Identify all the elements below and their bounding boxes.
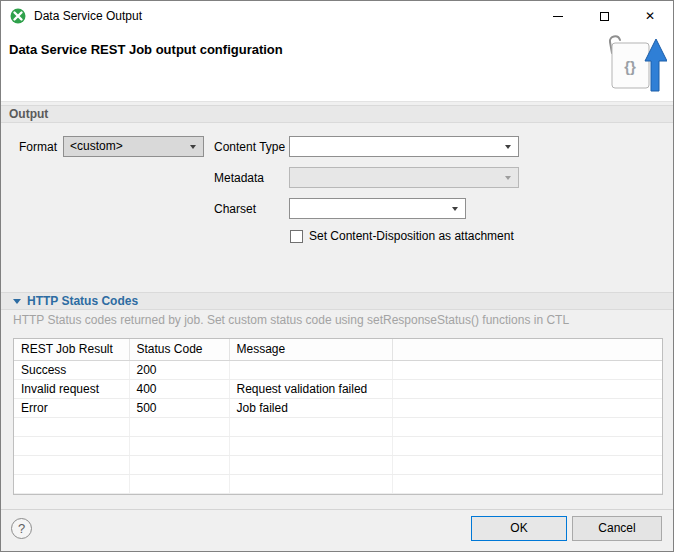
table-cell bbox=[392, 417, 662, 436]
chevron-down-icon bbox=[505, 176, 511, 180]
table-cell: 400 bbox=[129, 379, 229, 398]
content-type-combo[interactable] bbox=[289, 136, 519, 157]
table-cell: 200 bbox=[129, 360, 229, 379]
format-value: <custom> bbox=[70, 139, 123, 153]
table-cell bbox=[129, 455, 229, 474]
maximize-icon bbox=[600, 12, 609, 21]
table-cell bbox=[229, 455, 392, 474]
table-row[interactable] bbox=[14, 455, 662, 474]
chevron-down-icon bbox=[505, 145, 511, 149]
http-status-section-header[interactable]: HTTP Status Codes bbox=[1, 292, 673, 310]
status-codes-table: REST Job Result Status Code Message Succ… bbox=[14, 339, 662, 494]
close-button[interactable]: ✕ bbox=[627, 1, 673, 31]
table-cell bbox=[229, 417, 392, 436]
column-header-message[interactable]: Message bbox=[229, 339, 392, 360]
column-header-rest-job-result[interactable]: REST Job Result bbox=[14, 339, 129, 360]
table-cell bbox=[129, 474, 229, 493]
http-status-description: HTTP Status codes returned by job. Set c… bbox=[13, 313, 569, 327]
table-cell bbox=[392, 436, 662, 455]
table-cell: Error bbox=[14, 398, 129, 417]
content-disposition-row: Set Content-Disposition as attachment bbox=[290, 229, 514, 243]
table-cell: Success bbox=[14, 360, 129, 379]
table-cell bbox=[14, 455, 129, 474]
table-cell bbox=[392, 455, 662, 474]
minimize-icon bbox=[553, 16, 563, 17]
output-section-label: Output bbox=[9, 107, 48, 121]
table-cell: Invalid request bbox=[14, 379, 129, 398]
table-cell bbox=[129, 436, 229, 455]
http-status-section-label: HTTP Status Codes bbox=[27, 294, 138, 308]
metadata-label: Metadata bbox=[214, 171, 264, 185]
table-cell bbox=[129, 417, 229, 436]
table-cell: Request validation failed bbox=[229, 379, 392, 398]
chevron-down-icon bbox=[452, 207, 458, 211]
charset-label: Charset bbox=[214, 202, 256, 216]
table-row[interactable] bbox=[14, 436, 662, 455]
table-cell bbox=[14, 417, 129, 436]
output-section-header: Output bbox=[1, 105, 673, 123]
table-row[interactable]: Error500Job failed bbox=[14, 398, 662, 417]
column-header-status-code[interactable]: Status Code bbox=[129, 339, 229, 360]
ok-button[interactable]: OK bbox=[471, 516, 567, 541]
content-disposition-label: Set Content-Disposition as attachment bbox=[309, 229, 514, 243]
braces-glyph: {} bbox=[624, 58, 636, 75]
window-controls: ✕ bbox=[535, 1, 673, 31]
table-cell bbox=[392, 474, 662, 493]
titlebar[interactable]: Data Service Output ✕ bbox=[1, 1, 673, 31]
chevron-down-icon bbox=[190, 145, 196, 149]
help-button[interactable]: ? bbox=[11, 518, 32, 539]
rest-output-banner-icon: {} bbox=[605, 33, 667, 98]
format-select[interactable]: <custom> bbox=[63, 136, 204, 157]
table-cell bbox=[14, 474, 129, 493]
table-cell bbox=[14, 436, 129, 455]
cancel-button[interactable]: Cancel bbox=[572, 516, 662, 541]
button-bar: ? OK Cancel bbox=[1, 509, 673, 551]
content-disposition-checkbox[interactable] bbox=[290, 230, 303, 243]
table-cell: Job failed bbox=[229, 398, 392, 417]
table-row[interactable] bbox=[14, 474, 662, 493]
table-cell: 500 bbox=[129, 398, 229, 417]
table-row[interactable]: Success200 bbox=[14, 360, 662, 379]
charset-combo[interactable] bbox=[289, 198, 466, 219]
content-type-label: Content Type bbox=[214, 140, 285, 154]
table-cell bbox=[229, 436, 392, 455]
data-service-output-dialog: Data Service Output ✕ Data Service REST … bbox=[0, 0, 674, 552]
metadata-combo[interactable] bbox=[289, 167, 519, 188]
table-row[interactable] bbox=[14, 417, 662, 436]
minimize-button[interactable] bbox=[535, 1, 581, 31]
status-codes-table-container: REST Job Result Status Code Message Succ… bbox=[13, 338, 663, 495]
format-label: Format bbox=[19, 140, 57, 154]
table-body: Success200Invalid request400Request vali… bbox=[14, 360, 662, 493]
table-cell bbox=[392, 379, 662, 398]
window-title: Data Service Output bbox=[34, 1, 142, 31]
table-cell bbox=[229, 360, 392, 379]
maximize-button[interactable] bbox=[581, 1, 627, 31]
table-cell bbox=[392, 360, 662, 379]
table-cell bbox=[392, 398, 662, 417]
app-icon bbox=[10, 8, 26, 24]
page-title: Data Service REST Job output configurati… bbox=[9, 42, 283, 57]
close-icon: ✕ bbox=[645, 10, 655, 22]
table-header-row: REST Job Result Status Code Message bbox=[14, 339, 662, 360]
table-row[interactable]: Invalid request400Request validation fai… bbox=[14, 379, 662, 398]
table-cell bbox=[229, 474, 392, 493]
collapse-triangle-icon[interactable] bbox=[13, 299, 21, 304]
column-header-empty[interactable] bbox=[392, 339, 662, 360]
